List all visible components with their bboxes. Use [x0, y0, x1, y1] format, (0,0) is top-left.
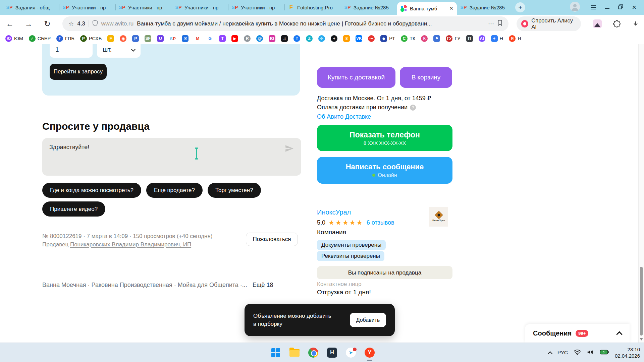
chip-selling-more[interactable]: Еще продаете? [146, 183, 203, 198]
add-to-cart-button[interactable]: В корзину [400, 67, 452, 88]
clock[interactable]: 23:1002.04.2026 [615, 346, 640, 359]
extensions-icon[interactable] [611, 15, 623, 33]
bookmark-vk[interactable]: VK [354, 34, 364, 43]
bookmark-tk[interactable]: СТК [399, 34, 417, 43]
bookmark-twitch[interactable]: T [217, 34, 228, 43]
bookmark-rutube[interactable]: R [242, 34, 253, 43]
tab-sp-members-1[interactable]: SPУчастники - пр [59, 0, 115, 15]
close-icon[interactable]: ✕ [632, 4, 637, 11]
subscribed-bar[interactable]: Вы подписаны на продавца [317, 266, 452, 279]
restore-icon[interactable] [618, 4, 623, 11]
chevron-up-icon[interactable] [616, 331, 622, 337]
forward-icon[interactable]: → [23, 15, 34, 33]
bookmark-item[interactable]: + [329, 34, 339, 43]
bookmark-mail[interactable]: ✉ [180, 34, 191, 43]
scrollbar-thumb[interactable] [640, 267, 643, 336]
bookmark-gmail[interactable]: M [192, 34, 203, 43]
ask-alice-button[interactable]: Спросить Алису AI [517, 16, 581, 31]
reload-icon[interactable]: ↻ [42, 15, 53, 33]
bookmark-mailru[interactable]: @ [254, 34, 265, 43]
seller-link[interactable]: Поникаровских Владимир Владимирович, ИП [70, 241, 191, 248]
tab-sp-members-4[interactable]: SPУчастники - пр [228, 0, 284, 15]
bookmark-flag-icon[interactable] [497, 20, 502, 28]
address-bar[interactable]: ☆ 4,3 www.avito.ru Ванна-тумба с двумя м… [62, 16, 508, 31]
scrollbar-down-arrow[interactable] [640, 338, 643, 341]
bookmark-item[interactable]: ⚑ [431, 34, 442, 43]
tab-fotohosting[interactable]: FFotohosting.Pro [284, 0, 341, 15]
bookmark-rt[interactable]: ◆РТ [378, 34, 397, 43]
bookmark-yandex[interactable]: ЯЯ [507, 34, 523, 43]
bookmark-n[interactable]: +Н [489, 34, 505, 43]
shield-icon[interactable] [92, 20, 98, 28]
screenshot-icon[interactable] [593, 19, 602, 28]
bookmark-facebook[interactable]: f [291, 34, 302, 43]
bookmark-item[interactable]: U [155, 34, 166, 43]
bookmark-gosuslugi[interactable]: ГУГУ [444, 34, 462, 43]
wifi-icon[interactable] [574, 349, 581, 357]
bookmark-postimages[interactable]: P [130, 34, 141, 43]
tab-avito-active[interactable]: Ванна-тумб✕ [397, 2, 457, 15]
messages-panel[interactable]: Сообщения 99+ [525, 324, 630, 343]
chip-when-to-view[interactable]: Где и когда можно посмотреть? [42, 183, 141, 198]
unit-select[interactable]: шт. [97, 44, 141, 58]
bookmark-zen[interactable]: Z [304, 34, 315, 43]
tab-sp-members-2[interactable]: SPУчастники - пр [115, 0, 172, 15]
quantity-input[interactable]: 1 [50, 44, 93, 58]
breadcrumb-more[interactable]: Ещё 18 [253, 282, 273, 288]
profile-avatar[interactable] [570, 2, 580, 13]
question-mark-icon[interactable]: ? [410, 105, 416, 111]
start-button[interactable] [270, 347, 281, 358]
message-textarea[interactable]: Здравствуйте! [42, 138, 301, 176]
seller-name-link[interactable]: ИноксУрал [317, 208, 351, 216]
back-icon[interactable]: ← [4, 15, 15, 33]
yandex-browser-icon[interactable]: Y [364, 347, 375, 358]
language-indicator[interactable]: РУС [557, 350, 568, 356]
send-icon[interactable] [285, 145, 294, 154]
about-delivery-link[interactable]: Об Авито Доставке [317, 113, 371, 120]
minimize-icon[interactable] [605, 6, 609, 9]
file-explorer-icon[interactable] [289, 347, 300, 358]
bookmark-telegram[interactable]: ✈ [316, 34, 327, 43]
tab-sp-task-285-2[interactable]: SPЗадание №285 [457, 0, 513, 15]
go-to-request-button[interactable]: Перейти к запросу [50, 64, 107, 80]
breadcrumb-links[interactable]: Ванна Моечная · Раковина Производственна… [42, 282, 247, 288]
scrollbar[interactable] [638, 44, 644, 343]
chip-send-video[interactable]: Пришлете видео? [42, 201, 105, 217]
bookmark-youtube[interactable]: ▶ [229, 34, 240, 43]
tab-sp-task-285[interactable]: SPЗадание №285 [341, 0, 397, 15]
tray-chevron-up-icon[interactable] [548, 351, 552, 356]
menu-icon[interactable] [591, 4, 596, 10]
bookmark-yoomoney[interactable]: ЮЮМ [3, 34, 25, 43]
tab-close-icon[interactable]: ✕ [449, 5, 453, 11]
bookmark-sber[interactable]: ✓СБЕР [27, 34, 53, 43]
chrome-icon[interactable] [308, 347, 319, 358]
bookmark-item[interactable]: К [419, 34, 430, 43]
h-app-icon[interactable]: H [326, 347, 338, 358]
downloads-icon[interactable] [630, 15, 641, 33]
bookmark-tiktok[interactable]: ♫ [279, 34, 290, 43]
bookmark-item[interactable]: 8 [341, 34, 352, 43]
new-tab-button[interactable]: + [515, 2, 525, 12]
bookmark-ai[interactable]: AI [477, 34, 487, 43]
tab-sp-tasks[interactable]: SPЗадания - общ [3, 0, 59, 15]
bookmark-rshb[interactable]: РРСХБ [78, 34, 104, 43]
buy-with-delivery-button[interactable]: Купить с доставкой [317, 67, 395, 88]
tab-sp-members-3[interactable]: SPУчастники - пр [172, 0, 228, 15]
add-button[interactable]: Добавить [350, 313, 386, 327]
volume-icon[interactable] [587, 349, 594, 357]
chip-negotiable[interactable]: Торг уместен? [208, 183, 261, 198]
bookmark-p[interactable]: П [464, 34, 475, 43]
battery-icon[interactable] [600, 350, 609, 356]
bookmark-instagram[interactable]: IG [267, 34, 277, 43]
reviews-link[interactable]: 6 отзывов [367, 219, 394, 226]
bookmark-google[interactable]: G [205, 34, 215, 43]
bookmark-item[interactable]: SF [143, 34, 153, 43]
bookmark-sp[interactable]: SP [167, 34, 178, 43]
more-actions-icon[interactable]: ⋯ [488, 20, 494, 27]
messenger-app-icon[interactable]: ➤ [345, 347, 357, 358]
bookmark-item[interactable]: ◉ [118, 34, 128, 43]
show-phone-button[interactable]: Показать телефон 8 XXX XXX-XX-XX [317, 125, 452, 151]
bookmark-fotohosting[interactable]: F [105, 34, 116, 43]
bookmark-gpb[interactable]: ГГПБ [54, 34, 76, 43]
report-button[interactable]: Пожаловаться [246, 233, 298, 246]
